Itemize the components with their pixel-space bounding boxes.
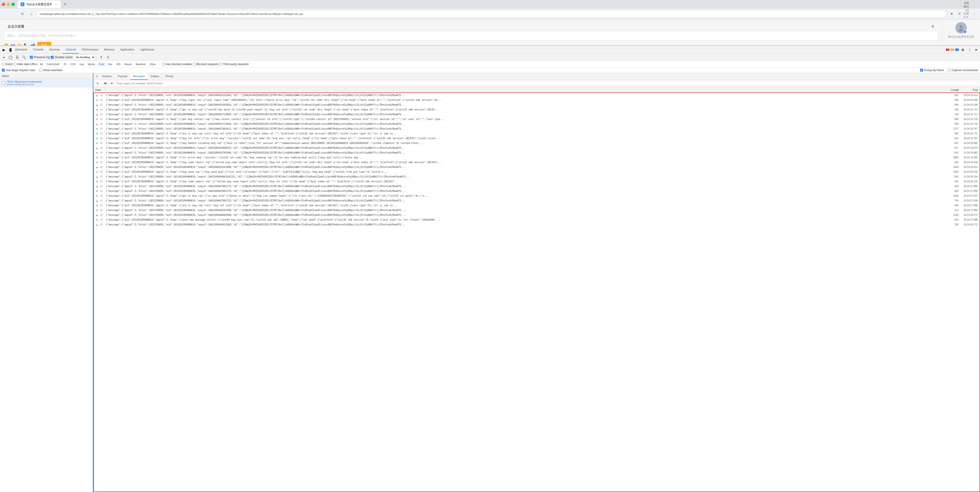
- message-row[interactable]: ▲ 42 {"message":{"appid":3,"kfuin":28521…: [94, 122, 980, 126]
- filter-wasm[interactable]: Wasm: [123, 62, 133, 66]
- chat-menu-button[interactable]: ≡: [931, 24, 934, 29]
- message-row[interactable]: ▲ 42 {"message":{"appid":3,"kfuin":28521…: [94, 184, 980, 189]
- tab-network[interactable]: Network: [63, 46, 79, 54]
- record-button[interactable]: ●: [1, 54, 7, 60]
- tab-payload[interactable]: Payload: [115, 73, 130, 80]
- disable-cache-label[interactable]: Disable cache: [51, 56, 73, 59]
- message-row[interactable]: ▲ 42 {"message":{"appid":3,"kfuin":28521…: [94, 165, 980, 169]
- filter-js[interactable]: JS: [62, 62, 68, 66]
- preserve-log-checkbox[interactable]: [30, 56, 33, 59]
- refresh-button[interactable]: ↻: [19, 11, 26, 17]
- close-window-button[interactable]: [2, 3, 5, 6]
- message-row[interactable]: ▲ 42 {"message":{"appid":3,"kfuin":28521…: [94, 174, 980, 179]
- upload-icon[interactable]: ⇧: [99, 54, 104, 60]
- back-button[interactable]: ←: [2, 11, 9, 17]
- devtools-inspect-button[interactable]: ▶: [1, 47, 7, 53]
- tab-memory[interactable]: Memory: [101, 46, 117, 54]
- devtools-close-button[interactable]: ✕: [973, 47, 979, 53]
- message-row[interactable]: ▲ 42 {"message":{"appid":3,"kfuin":28521…: [94, 93, 980, 98]
- tab-elements[interactable]: Elements: [13, 46, 30, 54]
- devtools-device-button[interactable]: 📲: [7, 47, 13, 53]
- messages-all-button[interactable]: All: [102, 81, 109, 85]
- capture-screenshots-label[interactable]: Capture screenshots: [948, 69, 978, 72]
- home-button[interactable]: ⌂: [28, 11, 35, 17]
- third-party-requests-label[interactable]: Third-party requests: [220, 62, 249, 66]
- message-row[interactable]: ▼ 42 {"message":{"aid":201283289400819,"…: [94, 98, 980, 102]
- group-by-frame-label[interactable]: Group by frame: [920, 69, 944, 72]
- forward-button[interactable]: →: [11, 11, 17, 17]
- bookmarks-button[interactable]: ★: [948, 11, 955, 17]
- message-row[interactable]: ▼ 42 {"message":{"aid":201283289400819,"…: [94, 141, 980, 145]
- tab-messages[interactable]: Messages: [130, 73, 148, 80]
- group-by-frame-checkbox[interactable]: [920, 69, 923, 72]
- message-row[interactable]: ▼ 42 {"message":{"aid":201283289400819,"…: [94, 193, 980, 198]
- hide-data-urls-checkbox[interactable]: [14, 63, 16, 65]
- clear-button[interactable]: ◯: [8, 54, 13, 60]
- minimize-window-button[interactable]: [7, 3, 10, 6]
- tab-console[interactable]: Console: [30, 46, 46, 54]
- devtools-settings-button[interactable]: ⚙: [960, 47, 966, 53]
- tab-close-button[interactable]: ×: [54, 2, 58, 6]
- message-row[interactable]: ▼ 42 {"message":{"appid":3,"kfuin":28521…: [94, 150, 980, 155]
- message-row[interactable]: ▼ 42 {"message":{"aid":201283289400819,"…: [94, 107, 980, 112]
- message-row[interactable]: ▼ 42 {"message":{"aid":201283289400819,"…: [94, 155, 980, 160]
- message-row[interactable]: ▼ 42 {"message":{"appid":3,"kfuin":28521…: [94, 208, 980, 213]
- message-row[interactable]: ▼ 42 {"message":{"aid":201283289400819,"…: [94, 117, 980, 122]
- has-blocked-cookies-checkbox[interactable]: [162, 63, 165, 65]
- message-row[interactable]: ▼ 42 {"message":{"aid":201283289400819,"…: [94, 160, 980, 165]
- invert-label[interactable]: Invert: [2, 62, 13, 66]
- messages-refresh-button[interactable]: ↻: [95, 81, 100, 86]
- show-overview-checkbox[interactable]: [39, 69, 42, 72]
- filter-css[interactable]: CSS: [69, 62, 77, 66]
- capture-screenshots-checkbox[interactable]: [948, 69, 951, 72]
- incognito-button[interactable]: 无痕模式（已打开 2 个窗口）: [964, 11, 970, 17]
- third-party-requests-checkbox[interactable]: [220, 63, 223, 65]
- tab-application[interactable]: Application: [117, 46, 137, 54]
- tab-headers[interactable]: Headers: [99, 73, 115, 80]
- message-row[interactable]: ▲ 42 {"message":{"appid":3,"kfuin":28521…: [94, 213, 980, 217]
- use-large-rows-checkbox[interactable]: [2, 69, 5, 72]
- tab-lighthouse[interactable]: Lighthouse: [137, 46, 157, 54]
- tab-timing[interactable]: Timing: [162, 73, 176, 80]
- download-icon[interactable]: ⇩: [105, 54, 111, 60]
- url-bar[interactable]: oawebpage.qidian.qq.com/qidian/chatv3-se…: [37, 11, 947, 17]
- message-row[interactable]: ▲ 42 {"message":{"appid":3,"kfuin":28521…: [94, 222, 980, 227]
- blocked-requests-label[interactable]: Blocked requests: [193, 62, 218, 66]
- filter-icon-button[interactable]: ☷: [14, 54, 20, 60]
- filter-img[interactable]: Img: [78, 62, 85, 66]
- message-row[interactable]: ▼ 42 {"message":{"aid":201283289400819,"…: [94, 136, 980, 141]
- search-button[interactable]: 🔍: [21, 54, 27, 60]
- message-row[interactable]: ▼ 42 {"message":{"aid":201283289400819,"…: [94, 131, 980, 136]
- invert-checkbox[interactable]: [2, 63, 5, 65]
- extensions-button[interactable]: ☭: [956, 11, 963, 17]
- new-tab-button[interactable]: +: [62, 1, 68, 8]
- message-row[interactable]: ▼ 42 {"message":{"appid":3,"kfuin":28521…: [94, 126, 980, 131]
- tab-initiator[interactable]: Initiator: [148, 73, 162, 80]
- messages-search-input[interactable]: [115, 81, 978, 86]
- throttle-select[interactable]: No throttling: [74, 54, 95, 60]
- message-row[interactable]: ▲ 42 {"message":{"appid":3,"kfuin":28521…: [94, 102, 980, 107]
- tab-performance[interactable]: Performance: [79, 46, 101, 54]
- filter-other[interactable]: Other: [148, 62, 158, 66]
- preserve-log-label[interactable]: Preserve log: [30, 56, 50, 59]
- filter-fetch-xhr[interactable]: Fetch/XHR: [45, 62, 61, 66]
- show-overview-label[interactable]: Show overview: [39, 69, 62, 72]
- message-row[interactable]: ▲ 42 {"message":{"appid":3,"kfuin":28521…: [94, 145, 980, 150]
- filter-manifest[interactable]: Manifest: [134, 62, 147, 66]
- filter-ws[interactable]: WS: [115, 62, 122, 66]
- message-row[interactable]: ▼ 42 {"message":{"aid":201283289400819,"…: [94, 179, 980, 184]
- active-tab[interactable]: 企 与企点大容量交流中 ×: [18, 0, 61, 8]
- filter-font[interactable]: Font: [97, 62, 105, 66]
- message-row[interactable]: ▼ 42 {"message":{"aid":201283289400819,"…: [94, 169, 980, 174]
- filter-all[interactable]: All: [38, 62, 44, 66]
- message-row[interactable]: ▼ 42 {"message":{"aid":201283289400819,"…: [94, 203, 980, 208]
- websocket-request-item[interactable]: ?EIO=3&transport=websocket testwss.qidia…: [0, 79, 93, 88]
- blocked-requests-checkbox[interactable]: [193, 63, 196, 65]
- messages-dropdown-arrow[interactable]: ▼: [111, 82, 113, 85]
- message-row[interactable]: ▼ 42 {"message":{"appid":3,"kfuin":28521…: [94, 189, 980, 193]
- use-large-rows-label[interactable]: Use large request rows: [2, 69, 35, 72]
- tab-sources[interactable]: Sources: [46, 46, 63, 54]
- request-checkbox[interactable]: [2, 81, 5, 85]
- message-row[interactable]: ▲ 42 {"message":{"appid":3,"kfuin":28521…: [94, 198, 980, 203]
- devtools-more-button[interactable]: ⋮: [967, 47, 972, 53]
